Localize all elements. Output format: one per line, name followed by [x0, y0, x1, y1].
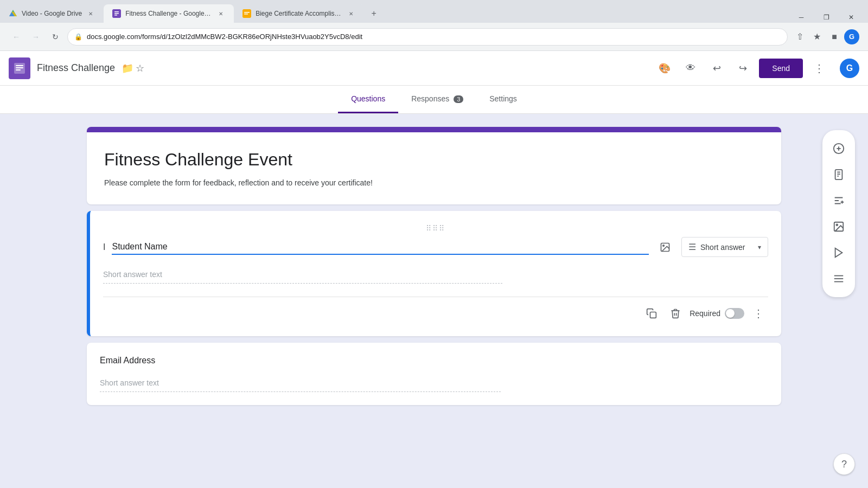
question-row: I ☰ Short answer ▾: [103, 237, 768, 257]
google-forms-favicon: [112, 9, 121, 18]
sidebar-icon[interactable]: ■: [827, 29, 842, 44]
form-description: Please complete the form for feedback, r…: [104, 178, 764, 187]
redo-icon[interactable]: ↪: [733, 59, 752, 78]
star-icon[interactable]: ☆: [136, 62, 144, 74]
question-footer: Required ⋮: [103, 297, 768, 323]
address-bar: ← → ↻ 🔒 docs.google.com/forms/d/1zOlzl2d…: [0, 23, 868, 51]
more-options-icon[interactable]: ⋮: [809, 59, 829, 78]
tab-forms-close[interactable]: ✕: [216, 9, 225, 18]
add-image-button[interactable]: [827, 215, 851, 239]
svg-rect-8: [244, 12, 250, 13]
send-button[interactable]: Send: [759, 59, 803, 78]
folder-icon[interactable]: 📁: [122, 62, 133, 74]
svg-rect-9: [244, 14, 248, 15]
required-toggle[interactable]: [725, 308, 744, 319]
svg-rect-12: [16, 67, 23, 68]
toggle-thumb: [726, 309, 735, 318]
drag-handle[interactable]: ⠿⠿⠿: [103, 224, 768, 233]
tab-bar: Video - Google Drive ✕ Fitness Challenge…: [0, 0, 868, 23]
back-button[interactable]: ←: [9, 29, 24, 44]
tab-google-drive[interactable]: Video - Google Drive ✕: [0, 4, 104, 23]
help-button[interactable]: ?: [833, 453, 855, 475]
svg-point-25: [836, 224, 838, 226]
user-avatar-button[interactable]: G: [844, 29, 859, 44]
svg-rect-5: [114, 13, 119, 14]
main-content: Fitness Challenge Event Please complete …: [0, 114, 868, 488]
form-area: Fitness Challenge Event Please complete …: [0, 114, 868, 488]
svg-point-15: [663, 245, 665, 246]
add-title-button[interactable]: [827, 189, 851, 213]
delete-question-button[interactable]: [666, 304, 685, 323]
question-title-2: Email Address: [100, 356, 768, 365]
duplicate-question-button[interactable]: [642, 304, 661, 323]
tab-drive-close[interactable]: ✕: [86, 9, 95, 18]
tab-cert-title: Biege Certificate Accomplishmen...: [256, 10, 342, 17]
add-image-to-question-button[interactable]: [655, 237, 675, 257]
svg-rect-13: [16, 69, 21, 70]
undo-icon[interactable]: ↩: [707, 59, 726, 78]
answer-preview-2: Short answer text: [100, 374, 501, 392]
share-icon[interactable]: ⇧: [792, 29, 807, 44]
form-title: Fitness Challenge Event: [104, 150, 764, 170]
add-question-button[interactable]: [827, 137, 851, 160]
app-header-icons: 📁 ☆: [122, 62, 144, 74]
svg-marker-26: [835, 248, 843, 258]
side-toolbar: [822, 130, 855, 297]
forward-button[interactable]: →: [28, 29, 43, 44]
preview-icon[interactable]: 👁: [681, 59, 700, 78]
tab-drive-title: Video - Google Drive: [22, 10, 82, 17]
svg-rect-4: [114, 11, 119, 12]
forms-logo-icon: [13, 62, 26, 75]
form-header-card: Fitness Challenge Event Please complete …: [87, 127, 781, 204]
question-title-input[interactable]: [112, 240, 649, 255]
palette-icon[interactable]: 🎨: [655, 59, 674, 78]
tab-responses[interactable]: Responses 3: [398, 86, 476, 113]
new-tab-button[interactable]: +: [366, 6, 381, 21]
certificate-favicon: [242, 9, 251, 18]
question-more-button[interactable]: ⋮: [749, 304, 768, 323]
app-header: Fitness Challenge 📁 ☆ 🎨 👁 ↩ ↪ Send ⋮ G: [0, 51, 868, 86]
user-avatar[interactable]: G: [840, 59, 859, 78]
question-card-2: Email Address Short answer text: [87, 343, 781, 405]
responses-badge: 3: [454, 95, 463, 103]
svg-rect-6: [114, 15, 117, 16]
lock-icon: 🔒: [74, 33, 82, 41]
refresh-button[interactable]: ↻: [48, 29, 63, 44]
answer-preview-1: Short answer text: [103, 266, 502, 284]
question-type-label: Short answer: [700, 243, 745, 252]
dropdown-arrow-icon: ▾: [758, 243, 761, 251]
browser-window: Video - Google Drive ✕ Fitness Challenge…: [0, 0, 868, 488]
short-answer-icon: ☰: [688, 242, 696, 252]
app-title: Fitness Challenge: [37, 62, 115, 74]
import-questions-button[interactable]: [827, 163, 851, 187]
nav-tabs: Questions Responses 3 Settings: [0, 86, 868, 114]
svg-rect-16: [650, 312, 656, 318]
tab-settings[interactable]: Settings: [476, 86, 530, 113]
toolbar-actions: ⇧ ★ ■ G: [792, 29, 859, 44]
add-video-button[interactable]: [827, 241, 851, 265]
add-section-button[interactable]: [827, 267, 851, 291]
google-drive-favicon: [9, 9, 17, 18]
question-card-1: ⠿⠿⠿ I ☰ Short answer ▾: [87, 211, 781, 336]
app-logo: [9, 57, 30, 79]
svg-rect-11: [16, 65, 23, 66]
tab-google-forms[interactable]: Fitness Challenge - Google Form... ✕: [104, 4, 234, 23]
url-text: docs.google.com/forms/d/1zOlzl2dMMcBW2-B…: [87, 33, 781, 41]
tab-forms-title: Fitness Challenge - Google Form...: [125, 10, 212, 17]
url-bar[interactable]: 🔒 docs.google.com/forms/d/1zOlzl2dMMcBW2…: [67, 28, 788, 46]
tab-certificate[interactable]: Biege Certificate Accomplishmen... ✕: [234, 4, 364, 23]
tab-questions[interactable]: Questions: [338, 86, 398, 113]
bookmark-icon[interactable]: ★: [809, 29, 825, 44]
cursor-indicator: I: [103, 242, 105, 252]
question-type-dropdown[interactable]: ☰ Short answer ▾: [681, 237, 768, 257]
tab-cert-close[interactable]: ✕: [347, 9, 355, 18]
required-label: Required: [690, 309, 720, 318]
